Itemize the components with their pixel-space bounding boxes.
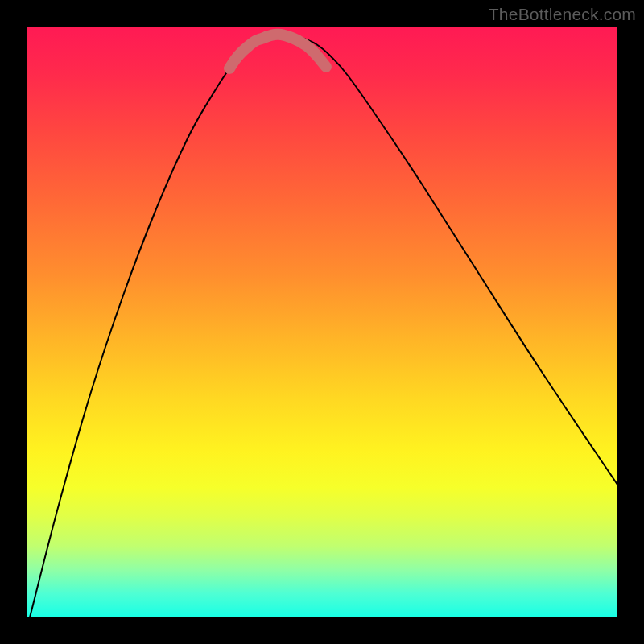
watermark-text: TheBottleneck.com — [489, 5, 636, 24]
chart-frame: TheBottleneck.com — [0, 0, 644, 644]
bottleneck-curve — [30, 34, 617, 617]
plot-area — [27, 27, 617, 617]
highlight-segment — [229, 35, 326, 68]
curve-layer — [27, 27, 617, 617]
